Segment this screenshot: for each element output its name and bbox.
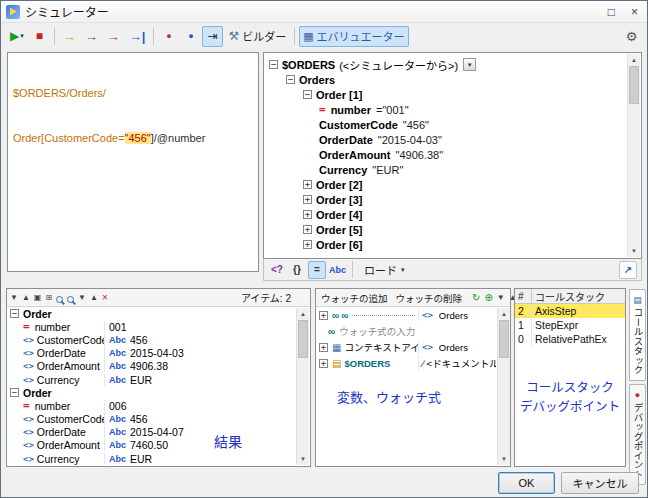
scroll-down-icon[interactable]: ▼ [297,453,309,465]
source-dropdown[interactable]: ▼ [463,58,476,71]
stack-frame-row[interactable]: 1 StepExpr [515,318,625,332]
tree-row[interactable]: CustomerCode "456" [264,117,641,132]
expand-icon[interactable]: + [319,359,328,368]
collapse-icon[interactable]: − [269,60,278,69]
zoom-out-icon[interactable] [67,289,74,307]
equals-view-button[interactable]: = [308,261,326,279]
tree-row-orders[interactable]: − Orders [264,72,641,87]
evaluator-scrollbar[interactable]: ▲ ▼ [627,54,640,257]
tab-call-stack[interactable]: ▤ コールスタック [629,289,646,381]
maximize-button[interactable]: □ [608,5,615,19]
collapse-icon[interactable]: − [303,90,312,99]
close-button[interactable]: × [631,5,638,19]
load-dropdown-icon[interactable]: ▾ [401,266,405,274]
variable-row[interactable]: + ▤ $ORDERS ∕ <ドキュメントルート [316,355,496,371]
sort-asc-icon[interactable]: ▲ [90,293,98,302]
abc-view-button[interactable]: Abc [328,261,347,279]
tree-row[interactable]: Currency "EUR" [264,162,641,177]
prev-result-icon[interactable]: ▼ [10,293,18,302]
tree-row-collapsed[interactable]: + Order [4] [264,207,641,222]
watch-scrollbar[interactable]: ▲ ▼ [497,308,510,465]
result-row[interactable]: <>Currency AbcEUR [7,373,295,386]
tree-row-collapsed[interactable]: + Order [2] [264,177,641,192]
collapse-icon[interactable]: − [10,388,19,397]
add-circle-icon[interactable]: ⊕ [484,292,492,303]
results-scrollbar[interactable]: ▲ ▼ [296,308,309,465]
scroll-down-icon[interactable]: ▼ [628,245,640,257]
cancel-button[interactable]: キャンセル [561,472,639,494]
scroll-up-icon[interactable]: ▲ [297,308,309,320]
result-row[interactable]: <>CustomerCode Abc456 [7,413,295,426]
expand-icon[interactable]: + [319,343,328,352]
clear-results-icon[interactable]: × [102,292,108,303]
add-watch-button[interactable]: ウォッチの追加 [319,291,390,305]
tree-row-attribute[interactable]: = number ="001" [264,102,641,117]
stack-frame-row[interactable]: 2 AxisStep [515,304,625,318]
context-item-row[interactable]: + ▦ コンテキストアイテム <> Orders [316,339,496,355]
result-row[interactable]: <>OrderAmount Abc4906.38 [7,360,295,373]
expand-icon[interactable]: + [303,180,312,189]
tree-row-collapsed[interactable]: + Order [6] [264,237,641,252]
expand-icon[interactable]: + [303,225,312,234]
tab-debug-points[interactable]: ● デバッグポイント [629,384,646,485]
expression-trace-toggle[interactable]: ⇥ [202,26,223,47]
play-dropdown-icon[interactable]: ▾ [20,32,24,40]
insert-breakpoint-button[interactable]: ● [158,26,179,47]
tree-row-collapsed[interactable]: + Order [3] [264,192,641,207]
xml-view-button[interactable]: <? [268,261,286,279]
scroll-down-icon[interactable]: ▼ [498,453,510,465]
run-to-end-button[interactable]: →| [125,26,150,47]
remove-watch-button[interactable]: ウォッチの削除 [394,291,465,305]
scroll-thumb[interactable] [499,320,509,358]
result-group-row[interactable]: −Order [7,386,295,399]
result-row[interactable]: <>Currency AbcEUR [7,452,295,465]
settings-button[interactable]: ⚙ [621,26,642,47]
refresh-icon[interactable]: ↻ [472,292,480,303]
tree-row-collapsed[interactable]: + Order [5] [264,222,641,237]
next-result-icon[interactable]: ▲ [22,293,30,302]
collapse-icon[interactable]: − [286,75,295,84]
tree-row-order-1[interactable]: − Order [1] [264,87,641,102]
load-button[interactable]: ロード ▾ [358,261,411,279]
watch-expression-row[interactable]: + ∞ ∞ <> Orders [316,307,496,323]
result-row[interactable]: =number 001 [7,320,295,333]
watch-sort-desc-icon[interactable]: ▼ [497,293,505,302]
tree-row-root[interactable]: − $ORDERS (<シミュレーターから>) ▼ [264,57,641,72]
evaluator-button[interactable]: ▦ エバリュエーター [299,26,408,47]
tree-row[interactable]: OrderDate "2015-04-03" [264,132,641,147]
step-over-button[interactable]: → [81,26,102,47]
scroll-up-icon[interactable]: ▲ [498,308,510,320]
new-watch-row[interactable]: ∞ ウォッチ式の入力 [316,323,496,339]
collapse-icon[interactable]: − [10,309,19,318]
builder-button[interactable]: ⚒ ビルダー [224,26,290,47]
zoom-in-icon[interactable] [56,289,63,307]
expand-icon[interactable]: + [303,195,312,204]
insert-tracepoint-button[interactable]: ● [180,26,201,47]
expand-icon[interactable]: + [303,210,312,219]
result-row[interactable]: <>OrderDate Abc2015-04-03 [7,347,295,360]
scroll-thumb[interactable] [298,320,308,358]
copy-table-icon[interactable]: ⊞ [45,293,52,302]
result-row[interactable]: <>OrderDate Abc2015-04-07 [7,426,295,439]
result-row[interactable]: =number 006 [7,399,295,412]
send-to-editor-button[interactable]: ↗ [619,261,637,279]
result-group-row[interactable]: −Order [7,307,295,320]
watch-input-placeholder[interactable]: ウォッチ式の入力 [339,324,415,338]
step-into-button[interactable]: → [59,26,80,47]
expand-icon[interactable]: + [319,311,328,320]
xpath-expression-editor[interactable]: $ORDERS/Orders/ Order[CustomerCode="456"… [7,52,259,272]
copy-icon[interactable]: ▣ [34,293,42,302]
start-debugger-button[interactable]: ▶ ▾ [6,26,28,47]
step-out-button[interactable]: → [103,26,124,47]
expand-icon[interactable]: + [303,240,312,249]
result-row[interactable]: <>CustomerCode Abc456 [7,333,295,346]
scroll-thumb[interactable] [629,66,639,104]
json-view-button[interactable]: {} [288,261,306,279]
tree-row[interactable]: OrderAmount "4906.38" [264,147,641,162]
sort-desc-icon[interactable]: ▼ [78,293,86,302]
stop-debugger-button[interactable]: ■ [29,26,50,47]
ok-button[interactable]: OK [498,472,555,494]
stack-frame-row[interactable]: 0 RelativePathEx [515,332,625,346]
result-row[interactable]: <>OrderAmount Abc7460.50 [7,439,295,452]
scroll-up-icon[interactable]: ▲ [628,54,640,66]
